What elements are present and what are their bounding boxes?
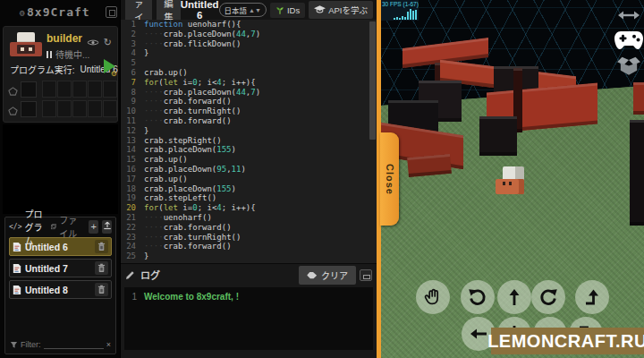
delete-program-button[interactable] — [95, 283, 108, 296]
inventory-slot[interactable] — [103, 81, 117, 98]
clear-log-button[interactable]: クリア — [299, 266, 356, 285]
programs-panel: </> プログラム ファイル + Untitled 6Untitled 7Unt… — [4, 217, 116, 354]
sidebar-canvas — [3, 124, 118, 214]
file-icon — [13, 285, 21, 295]
log-line: 1Welcome to 8x9craft, ! — [124, 291, 373, 303]
character-status: 待機中... — [47, 47, 89, 61]
avatar — [10, 32, 42, 59]
game-block — [630, 120, 644, 226]
inventory-slot[interactable] — [21, 81, 37, 98]
app-logo: ⚙8x9Craft — [20, 5, 90, 19]
inventory-slot[interactable] — [57, 81, 72, 98]
code-line: 3····crab.flickDown() — [121, 39, 377, 49]
code-line: 19crab.stepLeft() — [121, 193, 377, 203]
slot-type-icon — [8, 84, 18, 94]
minimize-log-button[interactable] — [360, 269, 372, 281]
code-line: 15crab.up() — [121, 155, 377, 165]
game-block — [633, 82, 644, 115]
resize-handle-icon[interactable] — [617, 8, 640, 24]
app-window: ⚙8x9Craft builder ↻ 待機中... プログラム実行: Unti… — [0, 0, 644, 358]
code-line: 20for(let i=0; i<4; i++){ — [121, 203, 377, 213]
inventory-slot[interactable] — [88, 100, 102, 117]
code-line: 13crab.stepRight() — [121, 136, 377, 146]
code-line: 2····crab.placeDown(44,7) — [121, 30, 377, 39]
slot-type-icon — [8, 104, 18, 114]
fps-graph — [394, 9, 417, 20]
refresh-icon[interactable]: ↻ — [104, 38, 112, 47]
inventory-slot[interactable] — [72, 81, 87, 98]
sprout-icon — [275, 5, 284, 15]
inventory-slot[interactable] — [57, 100, 72, 117]
code-line: 16crab.placeDown(95,11) — [121, 165, 377, 175]
box-icon[interactable] — [616, 55, 641, 81]
step-up-button[interactable] — [575, 280, 609, 314]
collapse-sidebar-icon[interactable] — [106, 6, 117, 18]
game-block — [479, 116, 517, 156]
watermark: LEMONCRAFT.RU — [491, 328, 644, 354]
code-line: 4} — [121, 48, 377, 58]
close-panel-tab[interactable]: Close — [380, 132, 399, 226]
editor-column: ファイル 編集 Untitled 6 日本語▲▼ IDs APIを学ぶ 1fun… — [121, 0, 377, 358]
tab-files[interactable]: ファイル — [51, 213, 81, 240]
code-line: 21····uenoharf() — [121, 213, 377, 223]
code-editor[interactable]: 1function uenoharf(){2····crab.placeDown… — [121, 20, 377, 263]
log-header: ログ クリア — [121, 264, 377, 286]
program-label: Untitled 7 — [25, 263, 95, 274]
inventory-slot[interactable] — [88, 81, 102, 98]
clear-filter-button[interactable]: × — [106, 340, 111, 349]
delete-program-button[interactable] — [95, 240, 108, 253]
api-learn-button[interactable]: APIを学ぶ — [309, 1, 373, 19]
file-icon — [13, 242, 21, 252]
code-line: 23····crab.turnRight() — [121, 233, 377, 243]
trash-icon — [97, 263, 106, 273]
game-block — [407, 154, 452, 177]
fps-panel: 30 FPS (1-67) — [381, 0, 419, 21]
program-list-item[interactable]: Untitled 7 — [9, 259, 112, 277]
copy-icon — [51, 222, 56, 231]
program-label: Untitled 8 — [25, 285, 95, 295]
menubar: ファイル 編集 Untitled 6 日本語▲▼ IDs APIを学ぶ — [121, 0, 377, 20]
delete-program-button[interactable] — [95, 261, 108, 275]
character-card: builder ↻ 待機中... プログラム実行: Untitled 6 ⚙ — [3, 26, 118, 123]
chevron-updown-icon: ▲▼ — [249, 7, 261, 13]
run-row: プログラム実行: Untitled 6 ⚙ — [10, 63, 114, 76]
inventory-slot[interactable] — [21, 101, 37, 117]
editor-scrollbar[interactable] — [369, 21, 376, 140]
code-line: 24····crab.forward() — [121, 242, 377, 251]
add-program-button[interactable]: + — [89, 220, 98, 234]
ids-button[interactable]: IDs — [270, 3, 305, 18]
code-line: 18crab.placeDown(155) — [121, 184, 377, 194]
rotate-left-button[interactable] — [461, 280, 495, 314]
log-title: ログ — [140, 268, 160, 282]
grab-hand-button[interactable] — [416, 280, 450, 314]
inventory-slot[interactable] — [103, 100, 117, 117]
move-forward-button[interactable] — [497, 280, 531, 314]
program-list-item[interactable]: Untitled 8 — [9, 280, 112, 299]
trash-icon — [97, 285, 106, 294]
crab-character — [496, 166, 528, 197]
gamepad-icon[interactable] — [614, 30, 644, 54]
sidebar: ⚙8x9Craft builder ↻ 待機中... プログラム実行: Unti… — [0, 0, 121, 358]
file-icon — [13, 263, 21, 274]
log-output: 1Welcome to 8x9craft, ! — [124, 287, 373, 350]
logo-bar: ⚙8x9Craft — [0, 0, 121, 23]
filter-input[interactable] — [44, 341, 104, 349]
program-label: Untitled 6 — [25, 242, 95, 252]
language-select[interactable]: 日本語▲▼ — [219, 3, 267, 17]
log-panel: ログ クリア 1Welcome to 8x9craft, ! — [121, 263, 377, 358]
character-name: builder — [47, 32, 82, 45]
rotate-right-button[interactable] — [531, 280, 565, 314]
inventory-slot[interactable] — [42, 81, 56, 98]
fps-counter: 30 FPS (1-67) — [381, 0, 419, 7]
game-view: Close 30 FPS (1-67) LEMONCRAFT.RU — [377, 0, 644, 358]
inventory-grid[interactable] — [8, 81, 115, 120]
upload-button[interactable] — [102, 220, 112, 234]
pause-icon — [47, 51, 52, 58]
code-line: 17crab.up() — [121, 175, 377, 184]
code-line: 9····crab.forward() — [121, 97, 377, 107]
pencil-icon — [125, 270, 135, 280]
game-canvas[interactable]: 30 FPS (1-67) LEMONCRAFT.RU — [381, 0, 644, 358]
code-line: 6crab.up() — [121, 68, 377, 78]
inventory-slot[interactable] — [42, 100, 56, 117]
inventory-slot[interactable] — [72, 100, 87, 117]
